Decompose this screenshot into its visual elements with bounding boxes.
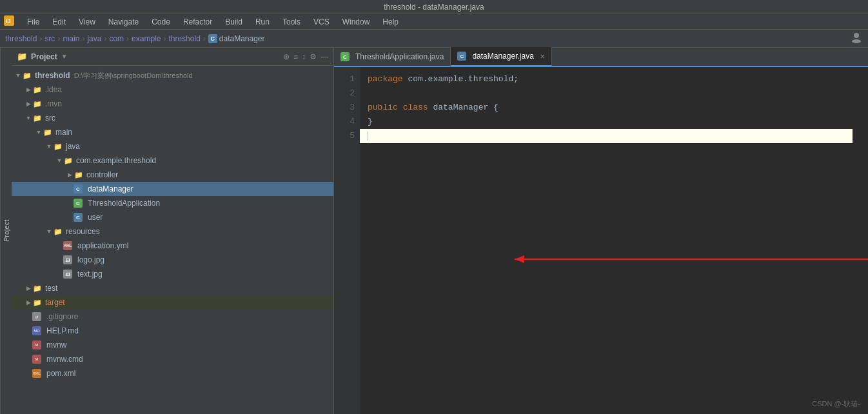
breadcrumb-java[interactable]: java <box>87 34 101 43</box>
menu-tools[interactable]: Tools <box>277 16 306 28</box>
tab-threshold-app[interactable]: C ThresholdApplication.java <box>334 47 451 66</box>
tree-arrow: ▼ <box>55 157 63 164</box>
menu-window[interactable]: Window <box>337 16 375 28</box>
tree-item-text-jpg[interactable]: ▶ 🖼 text.jpg <box>12 267 333 281</box>
tree-item-java[interactable]: ▼ 📁 java <box>12 139 333 153</box>
svg-point-3 <box>852 39 861 43</box>
title-bar: threshold - dataManager.java <box>0 0 868 14</box>
menu-vcs[interactable]: VCS <box>308 16 335 28</box>
panel-minimize-icon[interactable]: — <box>321 52 328 61</box>
folder-icon: 📁 <box>32 99 43 109</box>
spring-class-icon: C <box>74 199 83 208</box>
tree-item-application-yml[interactable]: ▶ YML application.yml <box>12 239 333 253</box>
breadcrumb-threshold2[interactable]: threshold <box>168 34 200 43</box>
tree-arrow: ▶ <box>25 86 32 93</box>
tree-item-mvnw[interactable]: ▶ M mvnw <box>12 338 333 352</box>
tab-bar: C ThresholdApplication.java C dataManage… <box>334 48 868 67</box>
menu-bar: IJ File Edit View Navigate Code Refactor… <box>0 14 868 30</box>
tree-item-threshold-root[interactable]: ▼ 📁 threshold D:\学习案例\springbootDom\thre… <box>12 68 333 83</box>
text-cursor <box>368 132 368 141</box>
folder-open-icon: 📁 <box>22 70 32 81</box>
folder-controller-icon: 📁 <box>74 170 84 180</box>
tree-item-com-example[interactable]: ▼ 📁 com.example.threshold <box>12 153 333 168</box>
code-editor[interactable]: package com.example.threshold; public cl… <box>360 67 868 414</box>
tree-item-help-md[interactable]: ▶ MD HELP.md <box>12 324 333 338</box>
tab-close-button[interactable]: ✕ <box>540 53 545 60</box>
menu-code[interactable]: Code <box>146 16 175 28</box>
project-panel: 📁 Project ▼ ⊕ ≡ ↕ ⚙ — ▼ 📁 threshold D:\学… <box>12 48 334 414</box>
gitignore-icon: gi <box>32 312 41 321</box>
folder-test-icon: 📁 <box>32 283 43 293</box>
menu-refactor[interactable]: Refactor <box>178 16 217 28</box>
tree-item-idea[interactable]: ▶ 📁 .idea <box>12 83 333 97</box>
folder-resources-icon: 📁 <box>53 226 63 237</box>
tree-item-logo-jpg[interactable]: ▶ 🖼 logo.jpg <box>12 253 333 267</box>
breadcrumb-example[interactable]: example <box>132 34 161 43</box>
watermark: CSDN @-耿瑞- <box>812 399 860 409</box>
tree-item-src[interactable]: ▼ 📁 src <box>12 111 333 125</box>
breadcrumb-main[interactable]: main <box>63 34 79 43</box>
folder-icon: 📁 <box>32 84 43 95</box>
tree-arrow: ▶ <box>25 299 32 306</box>
tree-arrow: ▼ <box>45 143 53 150</box>
tab-spring-icon: C <box>340 52 350 61</box>
tree-item-controller[interactable]: ▶ 📁 controller <box>12 168 333 182</box>
menu-help[interactable]: Help <box>377 16 404 28</box>
folder-open-icon: 📁 <box>43 127 53 137</box>
tree-arrow: ▼ <box>35 129 43 135</box>
code-line-1: package com.example.threshold; <box>368 72 860 86</box>
tree-item-main[interactable]: ▼ 📁 main <box>12 125 333 139</box>
sidebar-label[interactable]: Project <box>0 48 12 414</box>
panel-header-icons: ⊕ ≡ ↕ ⚙ — <box>283 52 328 61</box>
title-text: threshold - dataManager.java <box>384 3 484 12</box>
menu-edit[interactable]: Edit <box>47 16 71 28</box>
breadcrumb-bar: threshold › src › main › java › com › ex… <box>0 30 868 48</box>
menu-file[interactable]: File <box>22 16 44 28</box>
tree-item-gitignore[interactable]: ▶ gi .gitignore <box>12 310 333 324</box>
project-panel-title: Project <box>31 52 57 61</box>
panel-settings-icon[interactable]: ⚙ <box>310 52 317 61</box>
breadcrumb-threshold[interactable]: threshold <box>5 34 37 43</box>
breadcrumb-src[interactable]: src <box>44 34 55 43</box>
breadcrumb-datamanager[interactable]: dataManager <box>219 34 265 43</box>
tree-arrow: ▶ <box>25 101 32 107</box>
folder-package-icon: 📁 <box>63 155 74 166</box>
tree-item-test[interactable]: ▶ 📁 test <box>12 281 333 295</box>
tree-item-pom-xml[interactable]: ▶ XML pom.xml <box>12 366 333 380</box>
tree-item-datamanager[interactable]: ▶ C dataManager <box>12 182 333 196</box>
tab-java-icon: C <box>457 52 466 61</box>
breadcrumb-java-icon: C <box>208 34 217 43</box>
menu-build[interactable]: Build <box>220 16 248 28</box>
editor-content[interactable]: 1 2 3 4 5 package com.example.threshold; <box>334 67 868 414</box>
tree-item-target[interactable]: ▶ 📁 target <box>12 295 333 310</box>
project-panel-header: 📁 Project ▼ ⊕ ≡ ↕ ⚙ — <box>12 48 333 66</box>
tree-item-mvn[interactable]: ▶ 📁 .mvn <box>12 97 333 111</box>
java-user-icon: C <box>74 213 83 222</box>
tree-arrow: ▼ <box>14 72 22 79</box>
folder-open-icon: 📁 <box>32 113 43 123</box>
folder-target-icon: 📁 <box>32 297 43 308</box>
main-layout: Project 📁 Project ▼ ⊕ ≡ ↕ ⚙ — ▼ 📁 thresh… <box>0 48 868 414</box>
menu-view[interactable]: View <box>74 16 101 28</box>
tree-item-user[interactable]: ▶ C user <box>12 210 333 224</box>
panel-sort-icon[interactable]: ↕ <box>302 52 306 61</box>
java-class-icon: C <box>74 184 83 193</box>
svg-point-2 <box>854 33 859 38</box>
menu-navigate[interactable]: Navigate <box>103 16 144 28</box>
xml-icon: XML <box>32 369 41 378</box>
yaml-icon: YML <box>63 241 72 250</box>
mvnw-icon: M <box>32 340 41 350</box>
project-dropdown-icon[interactable]: ▼ <box>61 53 68 60</box>
tree-item-resources[interactable]: ▼ 📁 resources <box>12 224 333 239</box>
image-icon: 🖼 <box>63 255 72 264</box>
panel-locate-icon[interactable]: ⊕ <box>283 52 290 61</box>
svg-text:IJ: IJ <box>6 18 11 25</box>
tab-datamanager[interactable]: C dataManager.java ✕ <box>451 47 551 66</box>
folder-java-icon: 📁 <box>53 141 63 152</box>
panel-collapse-icon[interactable]: ≡ <box>293 52 298 61</box>
breadcrumb-com[interactable]: com <box>109 34 124 43</box>
editor-area: C ThresholdApplication.java C dataManage… <box>334 48 868 414</box>
tree-item-mvnw-cmd[interactable]: ▶ M mvnw.cmd <box>12 352 333 366</box>
menu-run[interactable]: Run <box>250 16 275 28</box>
tree-item-thresholdapp[interactable]: ▶ C ThresholdApplication <box>12 196 333 210</box>
